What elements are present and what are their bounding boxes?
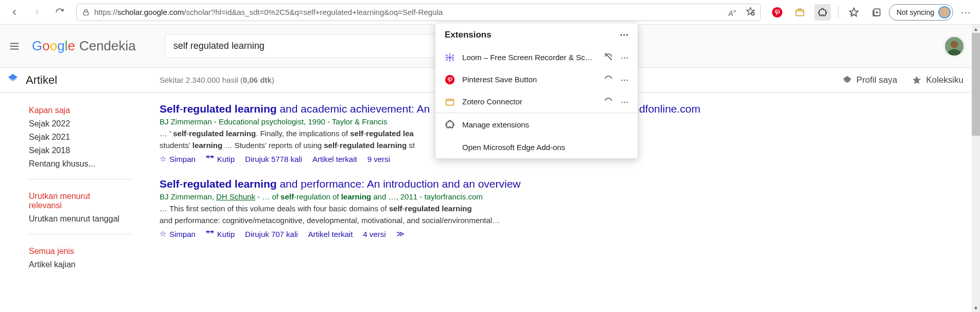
pinterest-icon [445,75,455,85]
sidebar: Kapan saja Sejak 2022 Sejak 2021 Sejak 2… [0,93,154,290]
sidebar-item[interactable]: Urutkan menurut relevansi [29,190,111,212]
articles-icon [7,73,19,87]
extensions-more-icon[interactable]: ⋯ [620,29,628,40]
sync-label: Not syncing [897,8,934,16]
source-link[interactable]: ndfonline.com [633,103,701,115]
search-result: Self-regulated learning and performance:… [160,178,726,238]
extension-name: Loom – Free Screen Recorder & Sc… [462,53,596,62]
favorites-icon[interactable] [844,2,864,23]
sidebar-item[interactable]: Rentang khusus... [29,157,132,171]
forward-button [27,2,47,23]
extensions-dropdown: Extensions ⋯ Loom – Free Screen Recorder… [435,23,638,159]
more-icon[interactable]: ≫ [396,229,405,238]
extensions-button[interactable] [812,2,833,23]
result-title[interactable]: Self-regulated learning and performance:… [160,178,726,190]
result-meta: BJ Zimmerman, DH Schunk - … of self-regu… [160,192,726,201]
eye-icon[interactable] [603,74,614,85]
divider [838,6,838,19]
extension-more-icon[interactable]: ⋯ [621,53,628,62]
eye-off-icon[interactable] [603,51,614,63]
svg-rect-13 [451,54,454,57]
scholar-logo[interactable]: Google Cendekia [32,38,136,54]
blank-icon [445,142,455,152]
menu-button[interactable]: ⋯ [955,2,976,23]
zotero-ext-icon[interactable] [790,2,810,23]
svg-rect-8 [446,57,448,58]
extension-more-icon[interactable]: ⋯ [621,97,628,106]
sidebar-item[interactable]: Kapan saja [29,104,132,117]
scroll-thumb[interactable] [972,33,980,136]
manage-extensions[interactable]: Manage extensions [435,113,638,136]
svg-rect-12 [446,58,448,61]
lock-icon [82,8,90,16]
loom-icon [445,52,455,63]
sync-status[interactable]: Not syncing [889,4,953,21]
my-library-link[interactable]: Koleksiku [912,75,964,85]
versions[interactable]: 4 versi [363,230,386,238]
svg-rect-0 [83,12,88,15]
extension-item[interactable]: Zotero Connector ⋯ [435,90,638,113]
refresh-button[interactable] [49,2,70,23]
sidebar-item[interactable]: Urutkan menurut tanggal [29,212,132,226]
svg-rect-7 [449,59,450,62]
sidebar-item[interactable]: Sejak 2018 [29,144,132,157]
result-count: Sekitar 2.340.000 hasil (0,06 dtk) [160,76,274,84]
extension-item[interactable]: Loom – Free Screen Recorder & Sc… ⋯ [435,46,638,68]
profile-avatar-icon [938,6,951,19]
related-articles[interactable]: Artikel terkait [308,230,353,238]
sidebar-item[interactable]: Artikel kajian [29,258,132,271]
related-articles[interactable]: Artikel terkait [312,155,357,163]
cited-by[interactable]: Dirujuk 5778 kali [245,155,302,163]
browser-toolbar: https://scholar.google.com/scholar?hl=id… [0,0,980,25]
collections-icon[interactable] [866,2,887,23]
svg-rect-6 [449,53,450,56]
cited-by[interactable]: Dirujuk 707 kali [245,230,298,238]
articles-label: Artikel [26,74,57,87]
extension-name: Zotero Connector [462,97,596,106]
sidebar-item[interactable]: Semua jenis [29,245,132,258]
extensions-title: Extensions [445,30,492,40]
svg-rect-11 [451,58,454,61]
versions[interactable]: 9 versi [367,155,390,163]
extension-more-icon[interactable]: ⋯ [621,75,628,84]
extension-item[interactable]: Pinterest Save Button ⋯ [435,68,638,90]
vertical-scrollbar[interactable]: ▲ ▼ [972,25,980,312]
zotero-icon [445,97,455,107]
scroll-up-icon[interactable]: ▲ [972,25,980,33]
svg-point-17 [951,41,958,48]
scholar-name: Cendekia [79,38,136,54]
menu-icon[interactable] [5,37,24,56]
puzzle-icon [445,119,455,130]
result-snippet: … This first section of this volume deal… [160,203,726,226]
save-action[interactable]: ☆Simpan [160,154,196,163]
svg-rect-10 [446,54,448,57]
addons-label: Open Microsoft Edge Add-ons [462,143,565,152]
manage-label: Manage extensions [462,120,529,129]
save-action[interactable]: ☆Simpan [160,229,196,238]
address-bar[interactable]: https://scholar.google.com/scholar?hl=id… [76,4,761,21]
pinterest-ext-icon[interactable] [767,2,787,23]
eye-icon[interactable] [603,96,614,107]
url-text: https://scholar.google.com/scholar?hl=id… [94,8,724,16]
svg-point-5 [449,56,451,59]
back-button[interactable] [4,2,25,23]
extension-name: Pinterest Save Button [462,75,596,84]
cite-action[interactable]: ❞❞Kutip [206,229,235,238]
open-addons[interactable]: Open Microsoft Edge Add-ons [435,136,638,158]
cite-action[interactable]: ❞❞Kutip [206,154,235,163]
user-avatar[interactable] [944,36,965,57]
svg-rect-9 [451,57,454,58]
reader-mode-icon[interactable]: A» [728,7,737,17]
sidebar-item[interactable]: Sejak 2022 [29,117,132,131]
scroll-down-icon[interactable]: ▼ [972,304,980,312]
sidebar-item[interactable]: Sejak 2021 [29,131,132,144]
favorite-icon[interactable] [746,7,755,18]
my-profile-link[interactable]: Profil saya [842,75,897,85]
